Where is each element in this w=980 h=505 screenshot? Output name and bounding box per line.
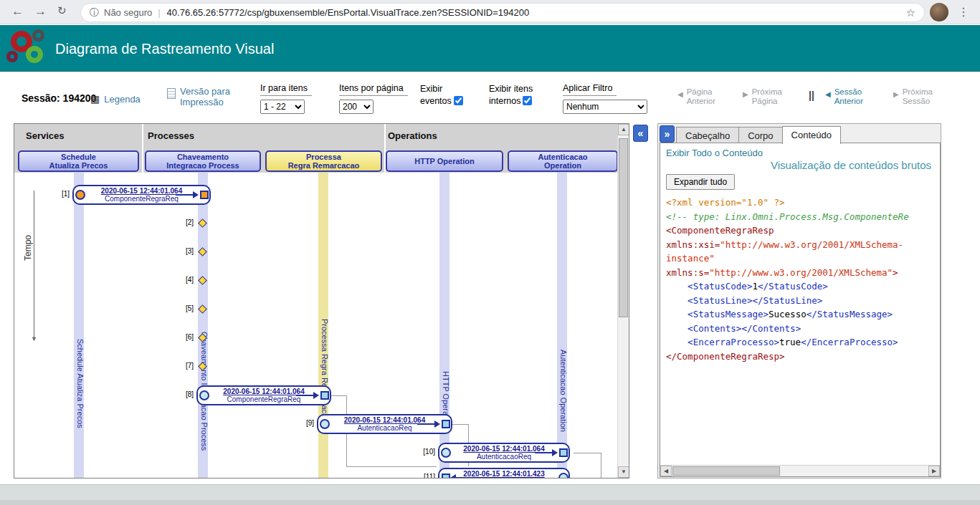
page-title: Diagrama de Rastreamento Visual xyxy=(55,41,274,57)
event-index: [4] xyxy=(165,276,194,284)
next-page-label-line1: Próxima xyxy=(752,87,782,96)
print-version-link[interactable]: Versão para Impressão xyxy=(167,86,230,107)
items-per-page-control: Itens por página 200 xyxy=(339,83,408,114)
legend-link[interactable]: ▦ Legenda xyxy=(90,93,141,105)
internal-event-diamond[interactable] xyxy=(198,276,207,285)
items-per-page-select[interactable]: 200 xyxy=(339,100,374,114)
legend-icon: ▦ xyxy=(90,93,100,105)
items-per-page-label: Itens por página xyxy=(339,83,408,96)
trace-event[interactable]: 2020-06-15 12:44:01.423 xyxy=(438,468,570,478)
url-field[interactable]: ⓘ Não seguro | 40.76.65.26:57772/csp/gbu… xyxy=(80,3,925,22)
tab-corpo[interactable]: Corpo xyxy=(738,127,781,143)
security-label[interactable]: Não seguro xyxy=(104,7,152,18)
show-events-checkbox[interactable] xyxy=(454,96,463,105)
scrollbar-thumb[interactable] xyxy=(672,466,780,476)
trace-connector-line xyxy=(346,466,437,467)
tab-cabecalho[interactable]: Cabeçalho xyxy=(676,127,738,143)
internal-event-diamond[interactable] xyxy=(198,218,207,228)
internal-event-diamond[interactable] xyxy=(198,247,207,256)
url-separator: | xyxy=(158,7,160,18)
event-index: [11] xyxy=(406,473,435,478)
profile-avatar[interactable] xyxy=(930,3,948,21)
event-source-marker xyxy=(199,390,209,400)
event-index: [3] xyxy=(165,247,194,255)
xml-line: <!-- type: Linx.Omni.Process.Msg.Compone… xyxy=(666,210,940,224)
arrowhead-icon xyxy=(450,474,456,478)
footer-strip xyxy=(0,500,980,505)
show-internal-checkbox[interactable] xyxy=(523,96,532,105)
event-index: [10] xyxy=(406,448,435,456)
next-session-button[interactable]: ▶ Próxima Sessão xyxy=(893,87,933,106)
event-index: [1] xyxy=(41,190,70,198)
internal-event-diamond[interactable] xyxy=(198,362,207,371)
xml-line: <StatusCode>1</StatusCode> xyxy=(666,279,940,294)
event-arrow-line xyxy=(296,395,315,396)
event-target-marker xyxy=(442,420,450,428)
next-page-label-line2: Página xyxy=(752,97,778,105)
triangle-right-icon: ▶ xyxy=(743,90,748,106)
print-label-line1: Versão para xyxy=(180,86,230,97)
expand-all-button[interactable]: Expandir tudo xyxy=(666,174,735,190)
prev-page-label-line1: Página xyxy=(687,87,713,96)
triangle-right-icon: ▶ xyxy=(893,90,899,106)
xml-line: xmlns:s="http://www.w3.org/2001/XMLSchem… xyxy=(666,266,940,280)
details-pane: » CabeçalhoCorpoConteúdo Exibir Todo o C… xyxy=(657,123,941,478)
event-message-label: AutenticacaoReq xyxy=(318,424,451,432)
event-index: [9] xyxy=(285,419,314,427)
event-target-marker xyxy=(559,448,568,457)
trace-event[interactable]: 2020-06-15 12:44:01.064ComponenteRegraRe… xyxy=(72,185,211,205)
arrowhead-icon xyxy=(552,449,558,456)
forward-icon[interactable]: → xyxy=(34,4,47,19)
internal-event-diamond[interactable] xyxy=(198,333,207,342)
details-content: Exibir Todo o Conteúdo Visualização de c… xyxy=(660,143,941,477)
legend-label: Legenda xyxy=(104,94,141,105)
scroll-down-button[interactable]: ▼ xyxy=(618,466,629,478)
scrollbar-thumb[interactable] xyxy=(619,138,628,317)
xml-line: <EncerraProcesso>true</EncerraProcesso> xyxy=(666,335,940,350)
tab-conteudo[interactable]: Conteúdo xyxy=(782,126,841,144)
event-message-label: AutenticacaoReq xyxy=(439,453,569,461)
goto-items-select[interactable]: 1 - 22 xyxy=(260,100,305,114)
scroll-left-button[interactable]: ◀ xyxy=(660,466,672,476)
next-session-label-line2: Sessão xyxy=(903,97,930,105)
reload-icon[interactable]: ↻ xyxy=(57,4,67,17)
info-icon[interactable]: ⓘ xyxy=(90,6,99,19)
prev-page-button[interactable]: ◀ Página Anterior xyxy=(677,87,715,106)
internal-event-diamond[interactable] xyxy=(198,304,207,314)
scroll-right-button[interactable]: ▶ xyxy=(928,466,940,476)
browser-menu-icon[interactable]: ⋮ xyxy=(958,5,969,19)
session-caption: Sessão: xyxy=(22,92,60,104)
trace-event[interactable]: 2020-06-15 12:44:01.064AutenticacaoReq xyxy=(438,443,570,463)
event-layer: ▼ Tempo [2][3][4][5][6][7][1]2020-06-15 … xyxy=(14,124,629,478)
diagram-vertical-scrollbar[interactable]: ▲ ▼ xyxy=(617,124,629,478)
event-target-marker xyxy=(442,473,450,478)
prev-session-button[interactable]: ◀ Sessão Anterior xyxy=(825,87,863,106)
intersystems-logo-icon xyxy=(6,29,48,68)
xml-line: <StatusMessage>Sucesso</StatusMessage> xyxy=(666,307,940,322)
event-index: [6] xyxy=(165,333,194,341)
xml-line: <?xml version="1.0" ?> xyxy=(666,196,940,210)
xml-line: xmlns:xsi="http://www.w3.org/2001/XMLSch… xyxy=(666,238,940,252)
show-events-control: Exibir eventos xyxy=(420,83,463,107)
goto-items-control: Ir para itens 1 - 22 xyxy=(260,83,312,114)
event-index: [2] xyxy=(165,218,194,226)
xml-content: <?xml version="1.0" ?><!-- type: Linx.Om… xyxy=(666,196,940,446)
trace-event[interactable]: 2020-06-15 12:44:01.064AutenticacaoReq xyxy=(317,414,452,434)
scroll-up-button[interactable]: ▲ xyxy=(618,124,629,135)
collapse-details-button[interactable]: « xyxy=(633,125,648,142)
show-internal-label-line2: internos xyxy=(489,96,520,106)
prev-page-label-line2: Anterior xyxy=(687,97,715,105)
xml-line: instance" xyxy=(666,251,940,266)
details-horizontal-scrollbar[interactable]: ◀ ▶ xyxy=(660,465,940,476)
trace-event[interactable]: 2020-06-15 12:44:01.064ComponenteRegraRe… xyxy=(196,385,331,405)
apply-filter-select[interactable]: Nenhum xyxy=(563,100,647,114)
show-all-content-link[interactable]: Exibir Todo o Conteúdo xyxy=(666,148,763,158)
event-arrow-line xyxy=(417,423,436,425)
expand-details-button[interactable]: » xyxy=(660,125,675,143)
event-source-marker xyxy=(441,448,451,458)
next-page-button[interactable]: ▶ Próxima Página xyxy=(743,87,782,106)
back-icon[interactable]: ← xyxy=(11,4,24,19)
toolbar: Sessão: 194200 ▦ Legenda Versão para Imp… xyxy=(0,72,980,122)
bookmark-star-icon[interactable]: ☆ xyxy=(906,6,915,19)
footer-bar xyxy=(0,484,980,505)
